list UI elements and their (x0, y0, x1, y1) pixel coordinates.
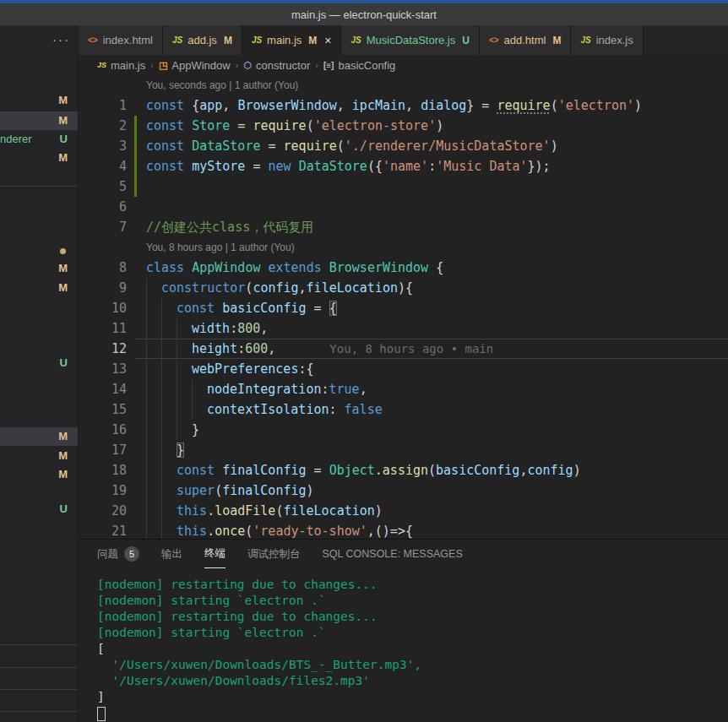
window-title: main.js — electron-quick-start (291, 8, 437, 21)
tab-main.js[interactable]: JSmain.jsM× (242, 25, 342, 55)
code-text: const finalConfig = Object.assign(basicC… (146, 460, 728, 480)
token: basicConfig (222, 301, 306, 316)
tab-label: add.js (187, 34, 217, 46)
sidebar-header: ··· (0, 25, 79, 55)
indent-guide (146, 379, 147, 399)
git-blame-annotation: You, seconds ago | 1 author (You) (79, 75, 728, 95)
line-number: 18 (79, 460, 127, 480)
line-number: 20 (79, 501, 127, 521)
code-text: width:800, (146, 318, 728, 339)
code-line: 20this.loadFile(fileLocation) (79, 501, 728, 521)
js-file-icon: JS (252, 35, 262, 45)
tab-git-badge: M (552, 35, 561, 46)
file-row[interactable]: U (0, 354, 79, 372)
code-text: contextIsolation: false (146, 399, 728, 420)
terminal-line: '/Users/xuwen/Downloads/files2.mp3' (97, 673, 728, 689)
tab-add.js[interactable]: JSadd.jsM (163, 25, 242, 55)
token: once (215, 524, 245, 539)
token: const (146, 98, 184, 113)
token: nodeIntegration (207, 382, 321, 397)
tab-index.html[interactable]: <>index.html (79, 25, 163, 55)
panel-tab-问题[interactable]: 问题5 (97, 540, 139, 568)
code-editor[interactable]: You, seconds ago | 1 author (You)1const … (79, 75, 728, 539)
js-file-icon: JS (580, 35, 590, 45)
indent-guide (146, 480, 147, 501)
code-text: const {app, BrowserWindow, ipcMain, dial… (146, 95, 728, 116)
token: 'electron-store' (314, 118, 437, 133)
line-number: 10 (79, 298, 127, 318)
file-row[interactable]: M (0, 447, 79, 465)
breadcrumb-item-constructor[interactable]: ⬡constructor (243, 59, 310, 72)
token: DataStore (299, 159, 367, 174)
code-text: super(finalConfig) (146, 480, 728, 501)
token: const (177, 463, 222, 478)
html-file-icon: <> (88, 35, 98, 45)
file-row[interactable]: M (0, 279, 79, 297)
git-added-gutter-bar (134, 176, 137, 197)
terminal-output[interactable]: [nodemon] restarting due to changes...[n… (79, 568, 728, 721)
indent-guide (161, 379, 162, 399)
tab-index.js[interactable]: JSindex.js (571, 25, 643, 55)
terminal-line: [nodemon] starting `electron .` (97, 625, 728, 641)
tab-add.html[interactable]: <>add.htmlM (480, 25, 572, 55)
line-number: 13 (79, 359, 127, 379)
indent-guide (146, 460, 147, 480)
indent-guide (146, 278, 147, 298)
token: . (207, 503, 215, 518)
line-number: 19 (79, 480, 127, 501)
file-row[interactable]: M (0, 111, 79, 130)
code-text: const Store = require('electron-store') (146, 116, 728, 136)
token: 600 (245, 341, 268, 356)
file-row[interactable]: U (0, 500, 79, 518)
token: { (428, 260, 443, 275)
line-number: 16 (79, 420, 127, 440)
panel-tab-调试控制台[interactable]: 调试控制台 (247, 540, 301, 568)
token: const (146, 159, 192, 174)
breadcrumb-item-basicConfig[interactable]: [≡]basicConfig (323, 59, 395, 72)
file-row[interactable]: M (0, 465, 79, 484)
token: config (253, 280, 298, 296)
breadcrumb-label: basicConfig (338, 59, 395, 72)
token: height (192, 341, 237, 356)
code-line: 1const {app, BrowserWindow, ipcMain, dia… (79, 95, 728, 116)
code-line: 19super(finalConfig) (79, 480, 728, 501)
file-row[interactable] (0, 242, 79, 260)
panel-tab-SQL CONSOLE: MESSAGES[interactable]: SQL CONSOLE: MESSAGES (323, 540, 463, 568)
explorer-sidebar[interactable]: ··· MMndererUMMMUMMMU (0, 25, 79, 722)
breadcrumb-item-AppWindow[interactable]: ◳AppWindow (159, 59, 231, 72)
code-line: 11width:800, (79, 318, 728, 339)
panel-tab-输出[interactable]: 输出 (161, 540, 182, 568)
token: { (184, 98, 199, 113)
indent-guide (177, 379, 177, 399)
file-row[interactable]: M (0, 149, 79, 167)
indent-guide (177, 318, 177, 339)
token: //创建公共class，代码复用 (146, 220, 313, 235)
code-line: 12height:600,You, 8 hours ago • main (79, 339, 728, 359)
git-added-gutter-bar (134, 116, 137, 136)
token: fileLocation (307, 280, 398, 296)
panel-tab-终端[interactable]: 终端 (204, 540, 225, 568)
token: ( (307, 118, 314, 133)
tab-label: main.js (267, 34, 302, 46)
editor-tab-bar: <>index.htmlJSadd.jsMJSmain.jsM×JSMusicD… (79, 25, 728, 55)
file-row[interactable]: ndererU (0, 130, 79, 149)
close-icon[interactable]: × (324, 34, 331, 47)
class-icon: ◳ (159, 60, 167, 71)
file-row[interactable]: M (0, 427, 79, 446)
file-row[interactable]: M (0, 259, 79, 278)
indent-guide (177, 359, 177, 379)
js-file-icon: JS (172, 35, 182, 45)
token: ) (375, 503, 383, 518)
terminal-line: '/Users/xuwen/Downloads/BTS_-_Butter.mp3… (97, 657, 728, 673)
token: , (268, 341, 275, 356)
chevron-right-icon: › (315, 60, 318, 70)
more-actions-icon[interactable]: ··· (52, 32, 70, 46)
file-row[interactable]: M (0, 91, 79, 110)
tab-MusicDataStore.js[interactable]: JSMusicDataStore.jsU (341, 25, 479, 55)
panel-tab-label: 调试控制台 (247, 547, 301, 562)
code-line: 14nodeIntegration:true, (79, 379, 728, 399)
token: 'Music Data' (436, 159, 527, 174)
breadcrumb-item-main.js[interactable]: JSmain.js (97, 59, 145, 72)
token: { (329, 301, 337, 316)
chevron-right-icon: › (236, 60, 239, 70)
